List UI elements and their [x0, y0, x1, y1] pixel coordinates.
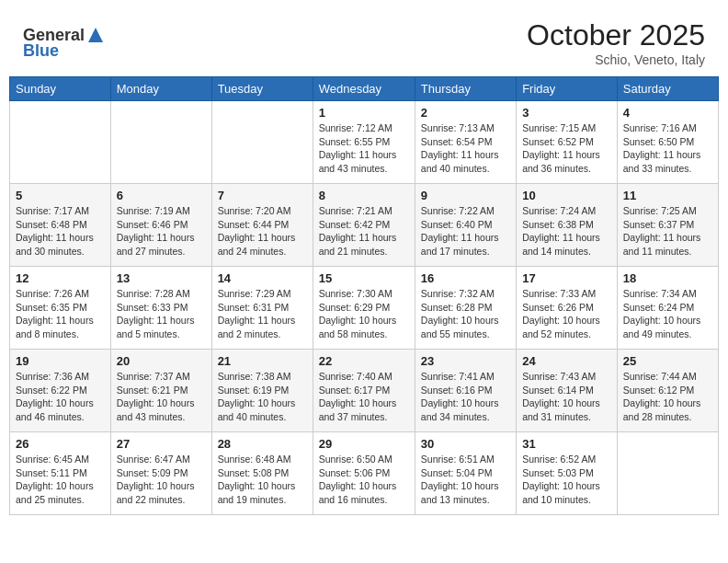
day-info: Sunrise: 6:52 AM Sunset: 5:03 PM Dayligh…	[522, 453, 611, 507]
day-info: Sunrise: 7:24 AM Sunset: 6:38 PM Dayligh…	[522, 204, 611, 259]
calendar-cell: 9Sunrise: 7:22 AM Sunset: 6:40 PM Daylig…	[415, 184, 516, 267]
calendar-cell: 4Sunrise: 7:16 AM Sunset: 6:50 PM Daylig…	[617, 101, 718, 184]
day-number: 13	[117, 271, 206, 285]
day-info: Sunrise: 7:38 AM Sunset: 6:19 PM Dayligh…	[218, 370, 307, 424]
calendar-cell: 11Sunrise: 7:25 AM Sunset: 6:37 PM Dayli…	[617, 184, 718, 267]
day-info: Sunrise: 7:36 AM Sunset: 6:22 PM Dayligh…	[16, 370, 105, 424]
day-number: 23	[421, 354, 510, 368]
weekday-header: Saturday	[617, 77, 718, 101]
calendar-cell: 7Sunrise: 7:20 AM Sunset: 6:44 PM Daylig…	[211, 184, 313, 267]
weekday-header: Sunday	[10, 77, 111, 101]
day-number: 17	[522, 271, 611, 285]
day-info: Sunrise: 7:33 AM Sunset: 6:26 PM Dayligh…	[522, 287, 611, 341]
weekday-header-row: SundayMondayTuesdayWednesdayThursdayFrid…	[10, 77, 719, 101]
day-info: Sunrise: 6:48 AM Sunset: 5:08 PM Dayligh…	[218, 453, 307, 507]
day-info: Sunrise: 6:50 AM Sunset: 5:06 PM Dayligh…	[319, 453, 409, 507]
calendar-cell: 25Sunrise: 7:44 AM Sunset: 6:12 PM Dayli…	[617, 350, 718, 432]
calendar-cell: 26Sunrise: 6:45 AM Sunset: 5:11 PM Dayli…	[10, 432, 111, 515]
day-info: Sunrise: 7:19 AM Sunset: 6:46 PM Dayligh…	[117, 204, 206, 259]
day-info: Sunrise: 7:21 AM Sunset: 6:42 PM Dayligh…	[319, 204, 409, 259]
title-area: October 2025 Schio, Veneto, Italy	[527, 18, 705, 67]
day-info: Sunrise: 7:40 AM Sunset: 6:17 PM Dayligh…	[319, 370, 409, 424]
logo-icon	[86, 26, 105, 44]
day-info: Sunrise: 7:44 AM Sunset: 6:12 PM Dayligh…	[623, 370, 712, 424]
day-number: 28	[218, 437, 307, 451]
calendar-week-row: 1Sunrise: 7:12 AM Sunset: 6:55 PM Daylig…	[10, 101, 719, 184]
day-info: Sunrise: 7:22 AM Sunset: 6:40 PM Dayligh…	[421, 204, 510, 259]
day-info: Sunrise: 7:43 AM Sunset: 6:14 PM Dayligh…	[522, 370, 611, 424]
calendar-cell: 23Sunrise: 7:41 AM Sunset: 6:16 PM Dayli…	[415, 350, 516, 432]
day-info: Sunrise: 7:32 AM Sunset: 6:28 PM Dayligh…	[421, 287, 510, 341]
calendar-cell: 6Sunrise: 7:19 AM Sunset: 6:46 PM Daylig…	[110, 184, 211, 267]
day-number: 15	[319, 271, 409, 285]
calendar-cell: 5Sunrise: 7:17 AM Sunset: 6:48 PM Daylig…	[10, 184, 111, 267]
day-info: Sunrise: 7:30 AM Sunset: 6:29 PM Dayligh…	[319, 287, 409, 341]
day-number: 7	[218, 189, 307, 202]
svg-marker-0	[88, 28, 103, 42]
day-number: 8	[319, 189, 409, 202]
page-header: General Blue October 2025 Schio, Veneto,…	[9, 9, 719, 72]
day-info: Sunrise: 7:13 AM Sunset: 6:54 PM Dayligh…	[421, 121, 510, 176]
calendar-cell: 8Sunrise: 7:21 AM Sunset: 6:42 PM Daylig…	[313, 184, 415, 267]
day-number: 10	[522, 189, 611, 202]
day-info: Sunrise: 7:12 AM Sunset: 6:55 PM Dayligh…	[319, 121, 409, 176]
calendar-cell: 29Sunrise: 6:50 AM Sunset: 5:06 PM Dayli…	[313, 432, 415, 515]
day-info: Sunrise: 7:16 AM Sunset: 6:50 PM Dayligh…	[623, 121, 712, 176]
calendar-cell: 3Sunrise: 7:15 AM Sunset: 6:52 PM Daylig…	[517, 101, 618, 184]
calendar-cell: 21Sunrise: 7:38 AM Sunset: 6:19 PM Dayli…	[211, 350, 313, 432]
day-number: 11	[623, 189, 712, 202]
calendar-cell: 16Sunrise: 7:32 AM Sunset: 6:28 PM Dayli…	[415, 267, 516, 350]
calendar-cell: 17Sunrise: 7:33 AM Sunset: 6:26 PM Dayli…	[517, 267, 618, 350]
day-info: Sunrise: 7:28 AM Sunset: 6:33 PM Dayligh…	[117, 287, 206, 341]
calendar-week-row: 26Sunrise: 6:45 AM Sunset: 5:11 PM Dayli…	[10, 432, 719, 515]
day-number: 22	[319, 354, 409, 368]
day-number: 19	[16, 354, 105, 368]
day-number: 4	[623, 106, 712, 120]
calendar-week-row: 12Sunrise: 7:26 AM Sunset: 6:35 PM Dayli…	[10, 267, 719, 350]
calendar-week-row: 19Sunrise: 7:36 AM Sunset: 6:22 PM Dayli…	[10, 350, 719, 432]
day-number: 1	[319, 106, 409, 120]
calendar-cell: 13Sunrise: 7:28 AM Sunset: 6:33 PM Dayli…	[110, 267, 211, 350]
day-info: Sunrise: 7:25 AM Sunset: 6:37 PM Dayligh…	[623, 204, 712, 259]
day-info: Sunrise: 7:20 AM Sunset: 6:44 PM Dayligh…	[218, 204, 307, 259]
day-number: 25	[623, 354, 712, 368]
calendar-table: SundayMondayTuesdayWednesdayThursdayFrid…	[9, 76, 719, 515]
day-number: 2	[421, 106, 510, 120]
day-number: 9	[421, 189, 510, 202]
weekday-header: Wednesday	[313, 77, 415, 101]
day-number: 21	[218, 354, 307, 368]
weekday-header: Friday	[517, 77, 618, 101]
day-number: 14	[218, 271, 307, 285]
day-number: 20	[117, 354, 206, 368]
calendar-cell: 18Sunrise: 7:34 AM Sunset: 6:24 PM Dayli…	[617, 267, 718, 350]
calendar-cell	[211, 101, 313, 184]
calendar-cell: 31Sunrise: 6:52 AM Sunset: 5:03 PM Dayli…	[517, 432, 618, 515]
day-info: Sunrise: 6:47 AM Sunset: 5:09 PM Dayligh…	[117, 453, 206, 507]
calendar-cell	[617, 432, 718, 515]
day-number: 27	[117, 437, 206, 451]
calendar-cell: 15Sunrise: 7:30 AM Sunset: 6:29 PM Dayli…	[313, 267, 415, 350]
day-number: 6	[117, 189, 206, 202]
calendar-week-row: 5Sunrise: 7:17 AM Sunset: 6:48 PM Daylig…	[10, 184, 719, 267]
day-info: Sunrise: 7:17 AM Sunset: 6:48 PM Dayligh…	[16, 204, 105, 259]
day-number: 5	[16, 189, 105, 202]
day-number: 26	[16, 437, 105, 451]
calendar-cell	[10, 101, 111, 184]
month-title: October 2025	[527, 18, 705, 52]
calendar-cell: 10Sunrise: 7:24 AM Sunset: 6:38 PM Dayli…	[517, 184, 618, 267]
calendar-cell: 20Sunrise: 7:37 AM Sunset: 6:21 PM Dayli…	[110, 350, 211, 432]
calendar-cell: 12Sunrise: 7:26 AM Sunset: 6:35 PM Dayli…	[10, 267, 111, 350]
day-number: 16	[421, 271, 510, 285]
calendar-cell: 30Sunrise: 6:51 AM Sunset: 5:04 PM Dayli…	[415, 432, 516, 515]
logo-blue: Blue	[23, 41, 59, 61]
day-info: Sunrise: 7:37 AM Sunset: 6:21 PM Dayligh…	[117, 370, 206, 424]
day-number: 3	[522, 106, 611, 120]
day-number: 29	[319, 437, 409, 451]
calendar-cell: 14Sunrise: 7:29 AM Sunset: 6:31 PM Dayli…	[211, 267, 313, 350]
day-number: 24	[522, 354, 611, 368]
weekday-header: Tuesday	[211, 77, 313, 101]
calendar-cell: 19Sunrise: 7:36 AM Sunset: 6:22 PM Dayli…	[10, 350, 111, 432]
calendar-cell: 24Sunrise: 7:43 AM Sunset: 6:14 PM Dayli…	[517, 350, 618, 432]
weekday-header: Monday	[110, 77, 211, 101]
day-info: Sunrise: 7:34 AM Sunset: 6:24 PM Dayligh…	[623, 287, 712, 341]
